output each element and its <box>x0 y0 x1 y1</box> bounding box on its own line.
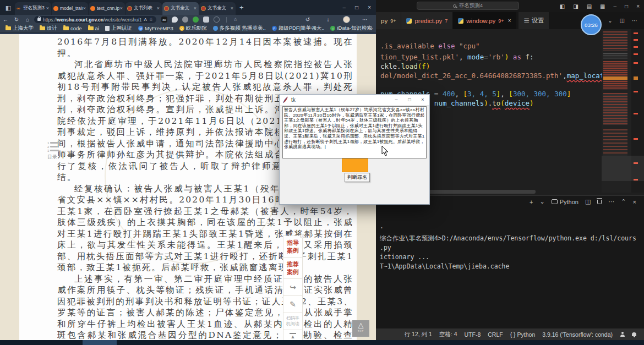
history-icon[interactable]: ↺ <box>302 17 313 23</box>
minimize-button[interactable]: – <box>390 95 403 105</box>
bookmark-folder[interactable]: ai <box>88 25 99 31</box>
browser-menu-icon[interactable]: ⋯ <box>359 17 370 23</box>
status-line-col[interactable]: 行 12, 列 1 <box>405 331 432 338</box>
tk-title-bar[interactable]: tk – □ × <box>280 95 429 106</box>
browser-tab-doc-full-2[interactable]: 文书全文 × <box>199 2 236 15</box>
close-button[interactable]: × <box>368 4 371 10</box>
search-icon <box>453 4 456 8</box>
page-extension-icon[interactable] <box>203 17 209 23</box>
browser-tab-text-cnn[interactable]: text_cnn.ipynb × <box>89 2 125 15</box>
status-encoding[interactable]: UTF-8 <box>465 331 481 338</box>
toc-widget[interactable]: 1 2 3 目录 <box>47 141 64 161</box>
share-button[interactable]: ↪ <box>283 279 302 296</box>
bookmark-item[interactable]: O欧乐影院 <box>179 25 207 32</box>
annotate-button[interactable]: ✎ <box>283 296 302 313</box>
tab-close-icon[interactable]: × <box>46 6 50 11</box>
bookmark-item[interactable]: 上网认证 <box>105 25 132 32</box>
screen: ◧ ∞ 罪名预测3 - m × model_train.ip × text_cn… <box>0 0 644 345</box>
circle-extension-icon[interactable] <box>214 17 220 23</box>
favorite-star-icon[interactable]: ☆ <box>149 17 153 22</box>
vertical-tabs-icon[interactable]: ◧ <box>4 3 13 12</box>
editor-tab-partial[interactable]: py9+ <box>376 12 401 29</box>
run-dropdown-icon[interactable]: ⌄ <box>608 18 612 24</box>
browser-tab-model-train[interactable]: model_train.ip × <box>52 2 88 15</box>
close-button[interactable]: × <box>636 3 640 9</box>
close-icon[interactable]: × <box>300 234 304 238</box>
profile-avatar[interactable] <box>343 16 350 23</box>
bookmark-item[interactable]: MMyFreeMP3 <box>138 25 173 31</box>
split-editor-icon[interactable]: ◫ <box>620 18 625 24</box>
toggle-panel-icon[interactable]: ◨ <box>573 3 578 9</box>
minimize-button[interactable]: – <box>343 4 346 10</box>
adblock-extension-icon[interactable] <box>182 17 188 23</box>
terminal-more-icon[interactable]: ⋯ <box>608 198 614 205</box>
back-icon[interactable]: ← <box>0 17 11 23</box>
maximize-button[interactable]: □ <box>403 95 416 105</box>
tab-close-icon[interactable]: × <box>83 6 86 11</box>
command-center-search[interactable]: 罪名预测4 <box>417 2 519 10</box>
new-tab-button[interactable]: + <box>239 3 244 12</box>
browser-tab-doc-list[interactable]: 文书列表 × <box>125 2 162 15</box>
terminal-profile-dropdown-icon[interactable]: ⌄ <box>539 198 544 205</box>
customize-layout-icon[interactable]: ▦ <box>600 3 605 9</box>
editor-tab-window-active[interactable]: window.py9+ × <box>453 12 516 29</box>
bookmark-folder[interactable]: code <box>63 25 82 31</box>
maximize-button[interactable]: □ <box>625 3 628 9</box>
status-eol[interactable]: CRLF <box>488 331 503 338</box>
browser-tab-crime-predict[interactable]: ∞ 罪名预测3 - m × <box>15 2 51 15</box>
toggle-secondary-sidebar-icon[interactable]: ▤ <box>587 3 592 9</box>
feedback-person-icon[interactable] <box>620 332 625 337</box>
maximize-panel-icon[interactable]: ⌃ <box>621 198 626 205</box>
maximize-button[interactable]: □ <box>355 4 358 10</box>
bookmark-item[interactable]: iiData-知识检索 <box>330 25 372 32</box>
browser-tab-doc-full-active[interactable]: 文书全文 × <box>162 2 199 15</box>
globe-extension-icon[interactable] <box>193 17 199 23</box>
minimap-slider[interactable] <box>602 156 644 181</box>
bookmark-item[interactable]: P超级PDF|简单强大.. <box>272 25 325 32</box>
scan-qr-button[interactable]: 扫码手机阅读 <box>283 313 302 330</box>
court-site-icon <box>201 6 206 11</box>
editor-more-icon[interactable]: ⋯ <box>632 18 637 24</box>
read-aloud-icon[interactable]: A <box>144 17 146 22</box>
site-logo-badge[interactable]: △ TOP <box>352 320 369 337</box>
bookmark-folder[interactable]: 设计 <box>40 25 57 32</box>
guide-cases-button[interactable]: × 指导案例 <box>283 236 302 258</box>
address-bar[interactable]: https://wenshu.court.gov.cn/website/wens… <box>34 16 156 23</box>
case-text-input[interactable]: 被告人张威与被害人王某1（殁年27岁）均系河北省文安县××镇××村村民。2020… <box>282 106 427 158</box>
tab-close-icon[interactable]: × <box>230 6 234 11</box>
refresh-icon[interactable]: ↻ <box>11 17 22 23</box>
tab-close-icon[interactable]: × <box>156 6 160 11</box>
bookmark-folder[interactable]: 上海大学 <box>6 25 34 32</box>
judge-crime-button[interactable] <box>342 158 368 172</box>
tk-dialog[interactable]: tk – □ × 被告人张威与被害人王某1（殁年27岁）均系河北省文安县××镇×… <box>279 94 430 205</box>
close-button[interactable]: × <box>416 95 429 105</box>
terminal-panel[interactable]: + ⌄ Python ◫ ⋯ ⌃ × . 综合作业\罪名预测4>D:/Anaco… <box>376 195 644 328</box>
extension-co-icon[interactable]: co <box>161 17 167 23</box>
kill-terminal-icon[interactable] <box>597 200 602 204</box>
favorites-bar-icon[interactable]: ☆ <box>233 17 237 22</box>
tab-close-icon[interactable]: × <box>508 18 511 24</box>
download-icon[interactable]: ↓ <box>323 17 334 23</box>
bookmark-item[interactable]: 多多视频 热播英美.. <box>213 25 266 32</box>
status-language[interactable]: { } Python <box>510 331 536 338</box>
minimize-button[interactable]: – <box>614 3 617 9</box>
tab-close-icon[interactable]: × <box>119 6 123 11</box>
notifications-bell-icon[interactable] <box>632 332 636 336</box>
tab-close-icon[interactable]: × <box>193 6 197 11</box>
back-to-top-button[interactable]: ▲ <box>283 330 302 341</box>
vscode-title-bar: 罪名预测4 ◧ ◨ ▤ ▦ – □ × <box>376 0 644 12</box>
url-text[interactable]: https://wenshu.court.gov.cn/website/wens… <box>43 17 141 23</box>
split-terminal-icon[interactable]: ◫ <box>585 198 591 205</box>
editor-tab-predict[interactable]: predict.py7 <box>401 12 453 29</box>
terminal-profile[interactable]: Python <box>552 199 578 205</box>
editor-tab-settings[interactable]: ☰ 设置 <box>519 12 549 29</box>
status-interpreter[interactable]: 3.9.16 ('Tensorflow': conda) <box>542 331 613 338</box>
status-indent[interactable]: 空格: 4 <box>439 331 457 338</box>
toggle-sidebar-icon[interactable]: ◧ <box>560 3 565 9</box>
bookmarks-overflow-icon[interactable]: › <box>371 25 373 31</box>
home-icon[interactable]: ⌂ <box>22 17 33 23</box>
close-panel-icon[interactable]: × <box>633 199 636 205</box>
recommended-cases-button[interactable]: 推荐案例 <box>283 258 302 279</box>
new-terminal-icon[interactable]: + <box>530 199 533 205</box>
chat-extension-icon[interactable] <box>172 17 178 23</box>
